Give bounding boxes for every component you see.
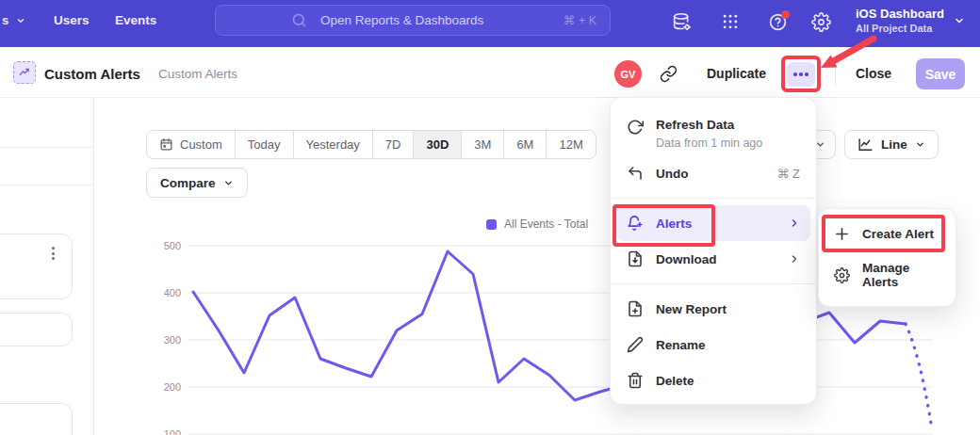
undo-shortcut: ⌘ Z — [776, 167, 800, 181]
sidebar-row-divider — [0, 185, 93, 185]
svg-text:400: 400 — [164, 287, 181, 298]
trash-icon — [627, 372, 644, 389]
apps-grid-icon[interactable] — [721, 12, 740, 31]
chevron-right-icon — [789, 253, 800, 265]
menu-item-download[interactable]: Download — [611, 241, 816, 277]
chevron-right-icon — [789, 218, 800, 229]
menu-item-alerts[interactable]: Alerts — [616, 205, 810, 241]
submenu-item-manage-alerts[interactable]: Manage Alerts — [819, 251, 956, 298]
menu-label: Delete — [656, 374, 694, 388]
download-icon — [627, 250, 644, 267]
duplicate-button[interactable]: Duplicate — [707, 66, 766, 81]
top-nav: s Users Events Open Reports & Dashboards… — [0, 0, 980, 47]
help-notification-dot — [781, 10, 790, 19]
help-icon[interactable] — [768, 12, 788, 32]
range-3m[interactable]: 3M — [462, 131, 504, 158]
project-name: iOS Dashboard — [856, 6, 944, 22]
svg-text:500: 500 — [164, 240, 181, 251]
menu-item-undo[interactable]: Undo ⌘ Z — [611, 155, 816, 191]
gear-icon — [834, 267, 850, 283]
menu-divider — [611, 198, 816, 199]
menu-item-delete[interactable]: Delete — [611, 362, 816, 398]
menu-label: New Report — [656, 302, 727, 316]
header-divider — [835, 62, 836, 87]
save-button[interactable]: Save — [916, 58, 965, 89]
search-icon — [291, 12, 307, 28]
legend-label: All Events - Total — [504, 218, 588, 231]
menu-label: Rename — [656, 338, 706, 352]
refresh-subtitle: Data from 1 min ago — [656, 137, 762, 150]
alerts-submenu: Create Alert Manage Alerts — [818, 208, 956, 307]
range-6m[interactable]: 6M — [504, 131, 547, 158]
line-chart-icon — [858, 137, 874, 153]
nav-item-partial[interactable]: s — [2, 13, 25, 27]
sidebar-divider — [93, 98, 94, 435]
date-range-control: CustomTodayYesterday7D30D3M6M12M — [146, 130, 596, 159]
menu-item-new-report[interactable]: New Report — [611, 291, 816, 327]
page-title: Custom Alerts — [44, 66, 140, 82]
range-yesterday[interactable]: Yesterday — [294, 131, 373, 158]
nav-item-events[interactable]: Events — [115, 13, 156, 27]
svg-text:100: 100 — [164, 428, 181, 435]
search-placeholder: Open Reports & Dashboards — [320, 13, 483, 27]
avatar[interactable]: GV — [614, 60, 642, 88]
sidebar-card[interactable] — [0, 234, 73, 299]
range-7d[interactable]: 7D — [373, 131, 415, 158]
compare-label: Compare — [160, 176, 216, 190]
plus-icon — [834, 226, 850, 242]
breadcrumb: Custom Alerts — [158, 67, 237, 81]
menu-item-refresh-data[interactable]: Refresh Data Data from 1 min ago — [611, 108, 816, 155]
submenu-label: Manage Alerts — [862, 261, 940, 289]
app-screen: 100200300400500 All Events - Total Custo… — [0, 0, 980, 435]
data-management-icon[interactable] — [672, 12, 692, 32]
project-scope: All Project Data — [856, 22, 944, 35]
chart-line-dashed — [906, 324, 931, 424]
chart-legend: All Events - Total — [486, 218, 588, 231]
menu-divider — [611, 283, 816, 284]
submenu-item-create-alert[interactable]: Create Alert — [819, 217, 956, 251]
sidebar-row-divider — [0, 147, 93, 148]
bell-plus-icon — [627, 215, 644, 232]
chart-type-button[interactable]: Line — [844, 130, 939, 159]
report-header: Custom Alerts Custom Alerts — [0, 47, 980, 98]
svg-text:300: 300 — [164, 334, 181, 346]
project-switcher[interactable]: iOS Dashboard All Project Data — [856, 6, 965, 35]
settings-icon[interactable] — [811, 12, 831, 32]
chevron-down-icon — [16, 16, 25, 25]
search-input[interactable]: Open Reports & Dashboards ⌘ + K — [215, 5, 611, 36]
sidebar-card[interactable] — [0, 403, 73, 435]
report-icon — [13, 61, 36, 84]
menu-label: Alerts — [656, 217, 692, 231]
kebab-menu-icon[interactable] — [52, 247, 55, 260]
chart-type-label: Line — [881, 137, 907, 152]
menu-label: Undo — [656, 167, 689, 181]
file-plus-icon — [627, 300, 644, 317]
share-link-icon[interactable] — [660, 65, 678, 87]
legend-swatch — [486, 219, 497, 230]
nav-partial-label: s — [2, 13, 8, 27]
calendar-icon — [159, 137, 173, 152]
pencil-icon — [627, 336, 644, 353]
search-shortcut: ⌘ + K — [564, 13, 596, 27]
nav-item-users[interactable]: Users — [54, 13, 90, 27]
chevron-down-icon — [223, 178, 234, 188]
range-12m[interactable]: 12M — [547, 131, 595, 158]
close-button[interactable]: Close — [856, 66, 891, 81]
more-options-button[interactable] — [787, 62, 815, 87]
sidebar-card[interactable] — [0, 313, 73, 346]
compare-button[interactable]: Compare — [146, 168, 248, 198]
refresh-icon — [627, 119, 644, 136]
chevron-down-icon — [915, 139, 925, 150]
context-menu: Refresh Data Data from 1 min ago Undo ⌘ … — [610, 97, 817, 405]
range-30d[interactable]: 30D — [414, 131, 462, 158]
menu-item-rename[interactable]: Rename — [611, 327, 816, 362]
chevron-down-icon — [954, 15, 965, 26]
menu-label: Refresh Data — [656, 118, 734, 132]
range-custom[interactable]: Custom — [147, 131, 236, 158]
svg-text:200: 200 — [164, 381, 181, 393]
range-today[interactable]: Today — [236, 131, 294, 158]
undo-icon — [627, 165, 644, 182]
submenu-label: Create Alert — [862, 227, 934, 241]
menu-label: Download — [656, 252, 717, 266]
